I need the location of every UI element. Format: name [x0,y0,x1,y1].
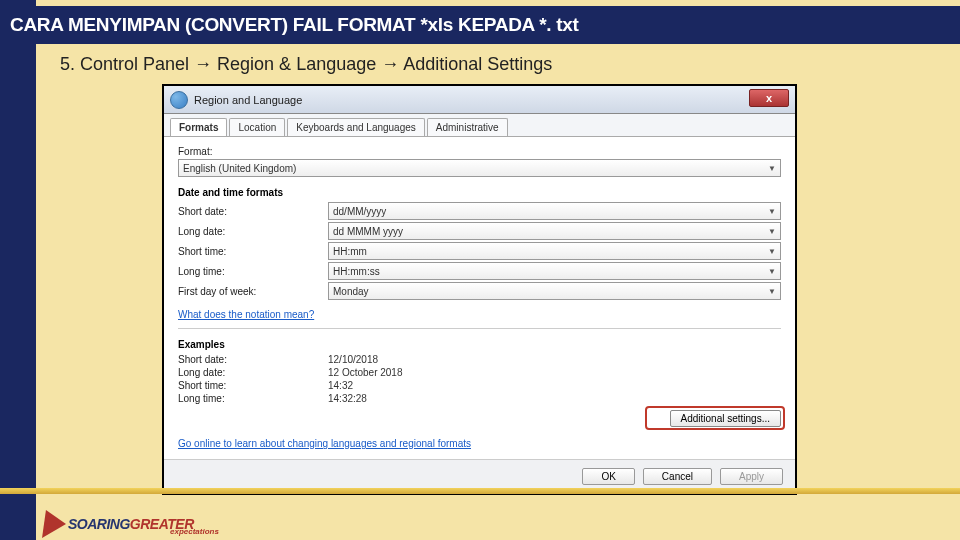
tab-formats[interactable]: Formats [170,118,227,136]
apply-button[interactable]: Apply [720,468,783,485]
short-date-value: dd/MM/yyyy [333,206,386,217]
row-long-time: Long time: HH:mm:ss ▼ [178,262,781,280]
chevron-down-icon: ▼ [768,267,776,276]
ex-long-date-label: Long date: [178,367,328,378]
logo-flag-icon [42,510,68,538]
row-short-date: Short date: dd/MM/yyyy ▼ [178,202,781,220]
tab-location[interactable]: Location [229,118,285,136]
online-help-link[interactable]: Go online to learn about changing langua… [178,438,471,449]
slide-subtitle: 5. Control Panel → Region & Language → A… [60,54,552,75]
ex-long-time-value: 14:32:28 [328,393,367,404]
globe-icon [170,91,188,109]
long-date-dropdown[interactable]: dd MMMM yyyy ▼ [328,222,781,240]
long-time-dropdown[interactable]: HH:mm:ss ▼ [328,262,781,280]
row-long-date: Long date: dd MMMM yyyy ▼ [178,222,781,240]
slide-title: CARA MENYIMPAN (CONVERT) FAIL FORMAT *xl… [10,14,579,36]
ex-long-date-value: 12 October 2018 [328,367,403,378]
long-time-value: HH:mm:ss [333,266,380,277]
logo-soaring: SOARING [68,516,130,532]
tab-administrative[interactable]: Administrative [427,118,508,136]
ex-long-time: Long time: 14:32:28 [178,393,781,404]
ex-short-time-label: Short time: [178,380,328,391]
chevron-down-icon: ▼ [768,207,776,216]
ex-long-time-label: Long time: [178,393,328,404]
ex-short-time: Short time: 14:32 [178,380,781,391]
format-value: English (United Kingdom) [183,163,296,174]
tab-strip: Formats Location Keyboards and Languages… [164,114,795,137]
long-date-label: Long date: [178,226,328,237]
logo-sub: expectations [170,527,219,536]
footer-stripe [0,488,960,494]
window-title: Region and Language [194,94,302,106]
short-date-dropdown[interactable]: dd/MM/yyyy ▼ [328,202,781,220]
chevron-down-icon: ▼ [768,287,776,296]
long-date-value: dd MMMM yyyy [333,226,403,237]
slide-title-bar: CARA MENYIMPAN (CONVERT) FAIL FORMAT *xl… [0,6,960,44]
datetime-group-title: Date and time formats [178,187,781,198]
first-day-label: First day of week: [178,286,328,297]
ok-button[interactable]: OK [582,468,634,485]
ex-short-date-value: 12/10/2018 [328,354,378,365]
slide-left-stripe [0,0,36,540]
chevron-down-icon: ▼ [768,164,776,173]
dialog-body: Format: English (United Kingdom) ▼ Date … [164,137,795,459]
tab-keyboards[interactable]: Keyboards and Languages [287,118,425,136]
region-language-dialog: Region and Language x Formats Location K… [162,84,797,495]
window-titlebar: Region and Language x [164,86,795,114]
format-label: Format: [178,146,781,157]
short-time-label: Short time: [178,246,328,257]
chevron-down-icon: ▼ [768,227,776,236]
short-time-value: HH:mm [333,246,367,257]
first-day-dropdown[interactable]: Monday ▼ [328,282,781,300]
notation-link[interactable]: What does the notation mean? [178,309,314,320]
close-button[interactable]: x [749,89,789,107]
ex-short-time-value: 14:32 [328,380,353,391]
additional-settings-button[interactable]: Additional settings... [670,410,782,427]
long-time-label: Long time: [178,266,328,277]
format-dropdown[interactable]: English (United Kingdom) ▼ [178,159,781,177]
ex-short-date: Short date: 12/10/2018 [178,354,781,365]
short-time-dropdown[interactable]: HH:mm ▼ [328,242,781,260]
ex-long-date: Long date: 12 October 2018 [178,367,781,378]
row-first-day: First day of week: Monday ▼ [178,282,781,300]
row-short-time: Short time: HH:mm ▼ [178,242,781,260]
short-date-label: Short date: [178,206,328,217]
chevron-down-icon: ▼ [768,247,776,256]
first-day-value: Monday [333,286,369,297]
cancel-button[interactable]: Cancel [643,468,712,485]
ex-short-date-label: Short date: [178,354,328,365]
examples-title: Examples [178,339,781,350]
divider [178,328,781,329]
